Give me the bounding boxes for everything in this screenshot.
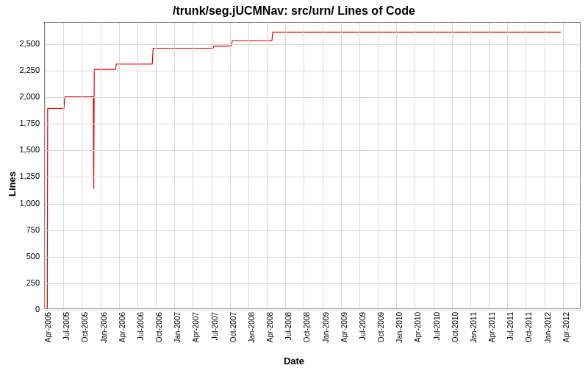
gridline-v — [563, 23, 564, 308]
gridline-v — [248, 23, 249, 308]
gridline-h — [45, 97, 580, 98]
x-tick-label: Jul-2009 — [359, 312, 367, 340]
gridline-h — [45, 177, 580, 177]
gridline-h — [45, 124, 580, 124]
x-tick-label: Oct-2007 — [229, 312, 237, 342]
gridline-v — [230, 23, 231, 308]
gridline-v — [434, 23, 434, 308]
x-axis-label: Date — [0, 355, 588, 367]
gridline-v — [415, 23, 415, 308]
x-tick-label: Jul-2006 — [137, 312, 145, 340]
y-tick-label: 2,250 — [19, 66, 40, 74]
x-tick-label: Apr-2008 — [266, 312, 274, 342]
loc-chart: /trunk/seg.jUCMNav: src/urn/ Lines of Co… — [0, 0, 588, 368]
x-tick-label: Oct-2010 — [451, 312, 459, 342]
gridline-v — [378, 23, 379, 308]
gridline-h — [45, 44, 580, 45]
x-tick-label: Jan-2007 — [173, 312, 182, 343]
plot-area — [44, 22, 581, 309]
gridline-v — [507, 23, 508, 308]
x-tick-label: Apr-2011 — [488, 312, 496, 342]
gridline-v — [45, 23, 46, 308]
gridline-v — [452, 23, 453, 308]
x-ticks: Apr-2005Jul-2005Oct-2005Jan-2006Apr-2006… — [44, 309, 581, 353]
gridline-h — [45, 150, 580, 151]
x-tick-label: Jul-2008 — [284, 312, 293, 340]
gridline-v — [63, 23, 64, 308]
x-tick-label: Apr-2006 — [118, 312, 126, 342]
x-tick-label: Jan-2006 — [100, 312, 108, 343]
chart-title: /trunk/seg.jUCMNav: src/urn/ Lines of Co… — [0, 4, 588, 18]
gridline-h — [45, 283, 580, 284]
gridline-v — [359, 23, 360, 308]
gridline-v — [470, 23, 471, 308]
x-tick-label: Oct-2009 — [377, 312, 385, 342]
gridline-v — [156, 23, 157, 308]
x-tick-label: Jul-2007 — [211, 312, 219, 340]
x-tick-label: Oct-2006 — [155, 312, 163, 342]
x-tick-label: Oct-2011 — [525, 312, 533, 342]
x-tick-label: Jul-2005 — [62, 312, 71, 340]
x-tick-label: Jul-2010 — [433, 312, 441, 340]
gridline-v — [267, 23, 268, 308]
x-tick-label: Jan-2012 — [544, 312, 552, 343]
gridline-v — [174, 23, 175, 308]
gridline-v — [193, 23, 193, 308]
gridline-h — [45, 204, 580, 205]
x-tick-label: Apr-2007 — [192, 312, 200, 342]
x-tick-label: Jan-2011 — [470, 312, 478, 343]
y-tick-label: 1,000 — [19, 199, 40, 208]
gridline-v — [137, 23, 138, 308]
y-ticks: 02505007501,0001,2501,5001,7502,0002,250… — [0, 22, 43, 309]
gridline-v — [101, 23, 101, 308]
x-tick-label: Oct-2005 — [81, 312, 89, 342]
gridline-v — [396, 23, 397, 308]
gridline-v — [341, 23, 342, 308]
y-tick-label: 2,500 — [19, 39, 40, 48]
y-tick-label: 500 — [26, 252, 40, 261]
gridline-v — [82, 23, 82, 308]
gridline-v — [285, 23, 286, 308]
x-tick-label: Apr-2009 — [340, 312, 348, 342]
gridline-v — [119, 23, 120, 308]
gridline-v — [545, 23, 545, 308]
y-tick-label: 0 — [35, 305, 40, 314]
y-tick-label: 250 — [26, 278, 40, 287]
x-tick-label: Jul-2011 — [506, 312, 514, 340]
gridline-v — [526, 23, 526, 308]
gridline-h — [45, 257, 580, 258]
x-tick-label: Jan-2010 — [395, 312, 404, 343]
x-tick-label: Jan-2008 — [248, 312, 256, 343]
y-tick-label: 1,250 — [19, 171, 40, 180]
y-tick-label: 750 — [26, 225, 40, 234]
gridline-v — [212, 23, 212, 308]
y-tick-label: 1,500 — [19, 145, 40, 154]
x-tick-label: Apr-2005 — [44, 312, 52, 342]
x-tick-label: Apr-2012 — [562, 312, 570, 342]
y-tick-label: 1,750 — [19, 118, 40, 127]
gridline-v — [323, 23, 323, 308]
series-svg — [45, 23, 580, 308]
gridline-v — [304, 23, 304, 308]
x-tick-label: Oct-2008 — [303, 312, 311, 342]
x-tick-label: Apr-2010 — [414, 312, 422, 342]
x-tick-label: Jan-2009 — [322, 312, 330, 343]
gridline-v — [489, 23, 490, 308]
gridline-h — [45, 71, 580, 71]
y-tick-label: 2,000 — [19, 92, 40, 101]
gridline-h — [45, 230, 580, 231]
